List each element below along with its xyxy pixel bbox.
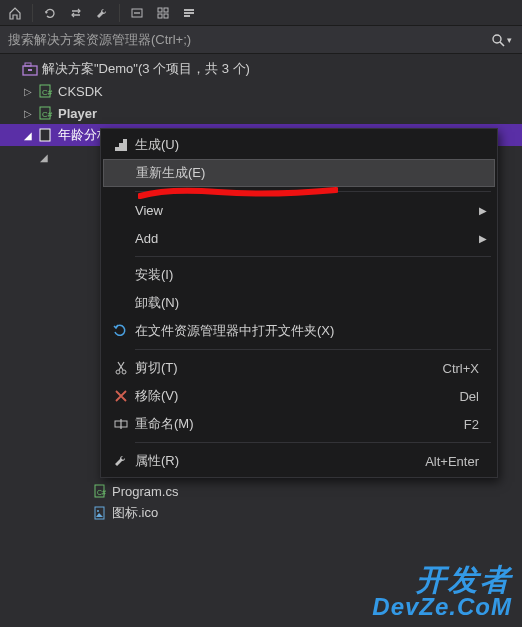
context-menu: 生成(U) 重新生成(E) View ▶ Add ▶ 安装(I) 卸载(N) 在… [100, 128, 498, 478]
solution-explorer-toolbar [0, 0, 522, 26]
image-file-icon [92, 505, 108, 521]
svg-rect-16 [40, 129, 50, 141]
csproj-icon [38, 127, 54, 143]
toolbar-separator [119, 4, 120, 22]
file-label: 图标.ico [112, 504, 158, 522]
menu-label: 重新生成(E) [136, 164, 486, 182]
svg-rect-6 [184, 12, 194, 14]
file-label: Program.cs [112, 484, 178, 499]
svg-point-20 [97, 510, 99, 512]
project-node[interactable]: ▷ C# Player [0, 102, 522, 124]
expander-collapsed-icon[interactable]: ▷ [22, 85, 34, 97]
menu-view[interactable]: View ▶ [101, 196, 497, 224]
watermark-line1: 开发者 [372, 565, 512, 595]
menu-open-folder[interactable]: 在文件资源管理器中打开文件夹(X) [101, 317, 497, 345]
csharp-file-icon: C# [92, 483, 108, 499]
project-label: CKSDK [58, 84, 103, 99]
menu-label: 在文件资源管理器中打开文件夹(X) [135, 322, 487, 340]
menu-shortcut: Ctrl+X [443, 361, 487, 376]
svg-rect-4 [164, 14, 168, 18]
watermark-line2: DevZe.CoM [372, 595, 512, 619]
menu-separator [135, 256, 491, 257]
cut-icon [107, 360, 135, 376]
svg-rect-10 [25, 63, 31, 66]
menu-properties[interactable]: 属性(R) Alt+Enter [101, 447, 497, 475]
menu-separator [135, 191, 491, 192]
menu-label: 重命名(M) [135, 415, 464, 433]
menu-cut[interactable]: 剪切(T) Ctrl+X [101, 354, 497, 382]
remove-icon [107, 388, 135, 404]
svg-rect-3 [158, 14, 162, 18]
svg-rect-1 [158, 8, 162, 12]
search-input[interactable] [8, 32, 488, 47]
svg-rect-21 [115, 147, 119, 151]
menu-shortcut: Del [459, 389, 487, 404]
wrench-icon[interactable] [93, 4, 111, 22]
project-label: Player [58, 106, 97, 121]
menu-install[interactable]: 安装(I) [101, 261, 497, 289]
home-icon[interactable] [6, 4, 24, 22]
search-icon[interactable]: ▾ [488, 33, 514, 47]
solution-node[interactable]: 解决方案"Demo"(3 个项目，共 3 个) [0, 58, 522, 80]
menu-label: View [135, 203, 479, 218]
menu-separator [135, 349, 491, 350]
svg-text:C#: C# [42, 110, 53, 119]
toolbar-separator [32, 4, 33, 22]
menu-separator [135, 442, 491, 443]
svg-rect-19 [95, 507, 104, 519]
menu-label: 卸载(N) [135, 294, 487, 312]
wrench-icon [107, 453, 135, 469]
svg-rect-7 [184, 15, 190, 17]
svg-rect-22 [119, 143, 123, 151]
menu-label: 剪切(T) [135, 359, 443, 377]
svg-point-25 [122, 370, 126, 374]
csproj-icon: C# [38, 83, 54, 99]
submenu-arrow-icon: ▶ [479, 233, 487, 244]
open-folder-icon [107, 323, 135, 339]
menu-label: 属性(R) [135, 452, 425, 470]
menu-label: Add [135, 231, 479, 246]
menu-label: 移除(V) [135, 387, 459, 405]
sync-icon[interactable] [67, 4, 85, 22]
file-node[interactable]: 图标.ico [0, 502, 522, 524]
expander-collapsed-icon[interactable]: ▷ [22, 107, 34, 119]
menu-build[interactable]: 生成(U) [101, 131, 497, 159]
expander-expanded-icon[interactable]: ◢ [38, 151, 50, 163]
watermark: 开发者 DevZe.CoM [372, 565, 512, 619]
csproj-icon: C# [38, 105, 54, 121]
svg-rect-23 [123, 139, 127, 151]
menu-rebuild[interactable]: 重新生成(E) [103, 159, 495, 187]
expander-expanded-icon[interactable]: ◢ [22, 129, 34, 141]
rename-icon [107, 416, 135, 432]
menu-label: 生成(U) [135, 136, 487, 154]
menu-label: 安装(I) [135, 266, 487, 284]
show-all-icon[interactable] [154, 4, 172, 22]
menu-uninstall[interactable]: 卸载(N) [101, 289, 497, 317]
svg-text:C#: C# [97, 489, 106, 496]
menu-shortcut: F2 [464, 417, 487, 432]
menu-rename[interactable]: 重命名(M) F2 [101, 410, 497, 438]
submenu-arrow-icon: ▶ [479, 205, 487, 216]
svg-point-8 [493, 35, 501, 43]
menu-shortcut: Alt+Enter [425, 454, 487, 469]
menu-remove[interactable]: 移除(V) Del [101, 382, 497, 410]
solution-icon [22, 61, 38, 77]
svg-rect-11 [28, 69, 32, 71]
svg-rect-2 [164, 8, 168, 12]
collapse-icon[interactable] [128, 4, 146, 22]
refresh-icon[interactable] [41, 4, 59, 22]
search-bar: ▾ [0, 26, 522, 54]
solution-title: 解决方案"Demo"(3 个项目，共 3 个) [42, 60, 250, 78]
build-icon [107, 137, 135, 153]
project-node[interactable]: ▷ C# CKSDK [0, 80, 522, 102]
properties-icon[interactable] [180, 4, 198, 22]
file-node[interactable]: C# Program.cs [0, 480, 522, 502]
svg-rect-5 [184, 9, 194, 11]
menu-add[interactable]: Add ▶ [101, 224, 497, 252]
svg-point-24 [116, 370, 120, 374]
svg-text:C#: C# [42, 88, 53, 97]
